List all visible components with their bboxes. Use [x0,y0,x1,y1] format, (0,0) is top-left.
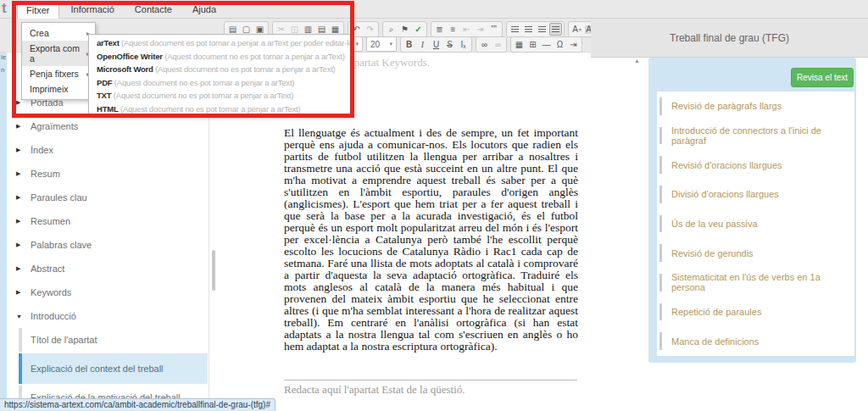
document-type-title: Treball final de grau (TFG) [670,32,789,44]
export-format-name: arText [97,38,120,47]
revision-item-label: Sistematicitat en l'ús de verbs en 1a pe… [671,272,854,292]
file-menu-imprimeix[interactable]: Imprimeix [22,81,95,97]
expand-arrow-icon[interactable]: ▼ [16,314,24,319]
export-artext[interactable]: arText (Aquest document es pot tornar a … [89,36,351,50]
sidebar-sub-explicacio-context[interactable]: Explicació del context del treball [19,353,208,384]
toolbar-row-2: de...▾ 20▾ BIUSIₓ ∞∞ ▦⊞―Ω⇥ [322,36,586,53]
expand-arrow-icon[interactable]: ▶ [16,242,24,248]
menu-ajuda[interactable]: Ajuda [184,1,225,19]
review-paragrafs-llargs[interactable]: Revisió de paràgrafs llargs [657,92,854,121]
review-verbs-1a-persona[interactable]: Sistematicitat en l'ús de verbs en 1a pe… [657,268,854,297]
sidebar-item-palabras-clave[interactable]: ▶ Palabras clave [7,233,209,257]
left-instructions-strip: le n [0,47,7,411]
spellcheck-button[interactable]: ✓ [412,23,425,36]
sidebar-item-index[interactable]: ▶ Índex [7,138,209,162]
align-justify-button[interactable] [549,23,562,36]
revision-item-label: Revisió de gerundis [671,248,754,258]
remove-format-button[interactable]: Iₓ [457,38,470,51]
sidebar-item-agraiments[interactable]: ▶ Agraïments [7,114,209,138]
special-char-button[interactable]: Ω [554,38,566,51]
sidebar-sub-titol-apartat[interactable]: Títol de l'apartat [19,328,208,352]
indent-button[interactable]: ⇥ [474,23,487,36]
expand-arrow-icon[interactable]: ▶ [16,99,24,106]
blockquote-button[interactable]: ”” [487,23,500,36]
link-button[interactable]: ∞ [478,38,491,51]
revision-item-label: Ús de la veu passiva [671,219,758,229]
revision-items-list: Revisió de paràgrafs llargs Introducció … [657,92,854,356]
image-button[interactable]: ▦ [513,38,526,51]
outline-subsection-label: Explicació del context del treball [31,364,164,374]
menu-contacte[interactable]: Contacte [126,1,181,19]
find-button[interactable]: ⌕ [385,23,398,36]
export-pdf[interactable]: PDF (Aquest document no es pot tornar a … [89,76,351,90]
outline-subsection-label: Títol de l'apartat [31,335,97,345]
review-manca-definicions[interactable]: Manca de definicions [657,326,854,356]
review-connectors[interactable]: Introducció de connectors a l'inici de p… [657,121,854,151]
file-menu-exporta-com-a[interactable]: Exporta com a ▸ [22,41,95,66]
strip-text-fragment: le [1,53,6,61]
export-txt[interactable]: TXT (Aquest document no es pot tornar a … [89,89,351,103]
chevron-down-icon: ▾ [355,41,359,47]
revision-panel: Revisa el text Revisió de paràgrafs llar… [648,58,856,363]
export-openoffice-writer[interactable]: OpenOffice Writer (Aquest document no es… [89,50,351,64]
table-button[interactable]: ⊞ [526,38,539,51]
sidebar-item-introduccio[interactable]: ▼ Introducció [7,304,209,328]
file-menu-penja-fitxers[interactable]: Penja fitxers ▸ [22,66,95,81]
sidebar-scrollbar-thumb[interactable] [212,250,215,291]
unlink-button[interactable]: ∞ [492,38,504,51]
outline-section-label: Introducció [31,311,76,321]
redo-button[interactable]: ↷ [364,23,376,36]
expand-arrow-icon[interactable]: ▶ [16,289,24,296]
menu-bar: t Fitxer Informació Contacte Ajuda [0,0,868,19]
expand-arrow-icon[interactable]: ▶ [16,265,24,272]
align-left-button[interactable] [509,23,521,36]
file-menu-crea[interactable]: Crea ▸ [22,25,95,41]
file-menu-item-label: Penja fitxers [30,69,79,79]
review-gerundis[interactable]: Revisió de gerundis [657,238,854,268]
strikethrough-button[interactable]: S [443,38,456,51]
underline-button[interactable]: U [430,38,442,51]
sidebar-item-abstract[interactable]: ▶ Abstract [7,257,209,280]
review-veu-passiva[interactable]: Ús de la veu passiva [657,209,854,239]
text-color-button[interactable]: A [570,23,583,36]
toolbar-list-group: ≣≡⇤⇥”” [431,21,503,37]
section-divider-line [284,380,577,380]
document-paragraph[interactable]: El llenguatge és actualment i des de sem… [284,127,578,353]
menu-informacio[interactable]: Informació [63,1,123,19]
expand-arrow-icon[interactable]: ▶ [16,147,24,153]
expand-arrow-icon[interactable]: ▶ [16,123,24,130]
horizontal-rule-button[interactable]: ― [540,38,553,51]
export-html[interactable]: HTML (Aquest document no es pot tornar a… [89,103,351,116]
file-menu-item-label: Imprimeix [30,84,69,94]
bold-button[interactable]: B [403,38,415,51]
italic-button[interactable]: I [416,38,429,51]
export-format-note: (Aquest document no es pot tornar a penj… [120,104,300,114]
menu-fitxer[interactable]: Fitxer [17,1,59,19]
bullet-list-button[interactable]: ≡ [447,23,459,36]
undo-button[interactable]: ↶ [350,23,363,36]
align-right-button[interactable] [536,23,548,36]
replace-button[interactable]: ⚑ [398,23,411,36]
review-repeticio-paraules[interactable]: Repetició de paraules [657,297,854,327]
file-menu-item-label: Exporta com a [30,43,86,64]
outdent-button[interactable]: ⇤ [460,23,473,36]
expand-arrow-icon[interactable]: ▶ [16,218,24,225]
expand-arrow-icon[interactable]: ▶ [16,194,24,201]
toolbar-find-group: ⌕⚑✓ [382,21,427,37]
review-oracions-llargues[interactable]: Revisió d'oracions llargues [657,150,854,180]
font-size-dropdown[interactable]: 20▾ [366,36,397,52]
sidebar-item-paraules-clau[interactable]: ▶ Paraules clau [7,186,209,209]
revisa-el-text-button[interactable]: Revisa el text [791,68,854,87]
align-center-button[interactable] [522,23,535,36]
status-bar-url: https://sistema-artext.com/ca/ambit-acad… [0,398,275,411]
sidebar-item-resumen[interactable]: ▶ Resumen [7,209,209,233]
outline-section-label: Palabras clave [31,240,92,250]
scroll-up-arrow-icon[interactable]: ▲ [634,58,640,64]
sidebar-item-keywords[interactable]: ▶ Keywords [7,280,209,304]
sidebar-item-resum[interactable]: ▶ Resum [7,162,209,186]
numbered-list-button[interactable]: ≣ [433,23,446,36]
page-break-button[interactable]: ⇥ [567,38,580,51]
export-microsoft-word[interactable]: Microsoft Word (Aquest document no es po… [89,63,351,76]
expand-arrow-icon[interactable]: ▶ [16,170,24,177]
review-divisio-oracions[interactable]: Divisió d'oracions llargues [657,180,854,209]
